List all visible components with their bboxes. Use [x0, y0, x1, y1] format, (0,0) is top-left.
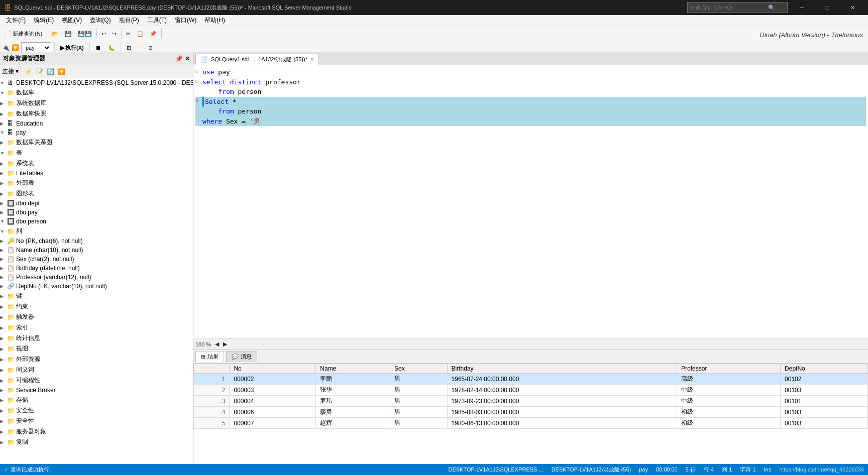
- tree-item-dbo_pay[interactable]: ▶ 🔲 dbo.pay: [0, 208, 193, 217]
- tree-item-pay_filetables[interactable]: ▶ 📁 FileTables: [0, 169, 193, 178]
- scroll-right-icon[interactable]: ▶: [223, 341, 227, 347]
- code-editor[interactable]: ⊖ use pay ⊖ select distinct professor fr…: [193, 65, 868, 338]
- tree-icon: 📁: [7, 228, 15, 235]
- tree-item-col_name[interactable]: ▶ 📋 Name (char(10), not null): [0, 246, 193, 255]
- debug-btn[interactable]: 🐛: [105, 42, 118, 52]
- tree-item-pay[interactable]: ▼ 🗄 pay: [0, 128, 193, 137]
- refresh-btn[interactable]: 🔄: [45, 67, 55, 77]
- tree-item-pay_diagrams[interactable]: ▶ 📁 数据库关系图: [0, 137, 193, 148]
- tree-item-system_db[interactable]: ▶ 📁 系统数据库: [0, 98, 193, 108]
- results-grid-btn[interactable]: ⊞: [124, 42, 134, 52]
- minimize-button[interactable]: ─: [791, 0, 814, 15]
- query-tab[interactable]: 📄 SQLQuery1.sql - ...1A1J2\洪成隆 (55))* ×: [195, 54, 319, 65]
- execute-btn[interactable]: ▶ 执行(X): [58, 42, 86, 52]
- tree-item-pay_tables[interactable]: ▼ 📁 表: [0, 148, 193, 158]
- disconnect-btn[interactable]: ⚡: [23, 67, 33, 77]
- tree-icon: 📁: [7, 439, 15, 446]
- collapse-1: ⊖: [195, 67, 202, 76]
- tree-item-ext_resources[interactable]: ▶ 📁 外部资源: [0, 354, 193, 365]
- results-tab[interactable]: ⊞ 结果: [195, 351, 224, 362]
- tree-item-replication[interactable]: ▶ 📁 复制: [0, 437, 193, 447]
- tree-item-education[interactable]: ▶ 🗄 Education: [0, 119, 193, 128]
- close-tab-button[interactable]: ×: [310, 57, 313, 62]
- tree-label: dbo.pay: [16, 209, 38, 216]
- close-button[interactable]: ✕: [841, 0, 864, 15]
- table-row[interactable]: 3000004罗玮男1973-09-23 00:00:00.000中级00101: [194, 396, 868, 407]
- tree-item-dbo_dept[interactable]: ▶ 🔲 dbo.dept: [0, 199, 193, 208]
- tree-item-columns[interactable]: ▼ 📁 列: [0, 226, 193, 236]
- tree-item-programmability[interactable]: ▶ 📁 可编程性: [0, 375, 193, 386]
- tb-undo[interactable]: ↩: [99, 28, 108, 40]
- table-row[interactable]: 1000002李鹏男1965-07-24 00:00:00.000高级00102: [194, 374, 868, 385]
- tb-paste[interactable]: 📌: [147, 28, 159, 40]
- menu-help[interactable]: 帮助(H): [200, 15, 229, 26]
- tree-item-stats[interactable]: ▶ 📁 统计信息: [0, 333, 193, 343]
- results-none-btn[interactable]: ⊘: [146, 42, 155, 52]
- table-cell: 男: [390, 396, 448, 407]
- tree-item-databases[interactable]: ▼ 📁 数据库: [0, 87, 193, 98]
- close-sidebar-icon[interactable]: ✕: [185, 55, 190, 62]
- tree-item-col_professor[interactable]: ▶ 📋 Professor (varchar(12), null): [0, 273, 193, 282]
- zoom-level[interactable]: 100 %: [195, 341, 211, 347]
- database-dropdown[interactable]: pay: [21, 42, 51, 52]
- results-text-btn[interactable]: ≡: [136, 42, 144, 52]
- expand-icon: ▶: [0, 181, 6, 186]
- tree-item-pay_sys_tables[interactable]: ▶ 📁 系统表: [0, 158, 193, 169]
- new-query-btn[interactable]: 📄 新建查询(N): [2, 28, 45, 40]
- maximize-button[interactable]: □: [816, 0, 839, 15]
- tree-item-server[interactable]: ▼ 🖥 DESKTOP-LV1A1J2\SQLEXPRESS (SQL Serv…: [0, 78, 193, 87]
- tab-bar: 📄 SQLQuery1.sql - ...1A1J2\洪成隆 (55))* ×: [193, 52, 868, 65]
- pin-icon[interactable]: 📌: [175, 55, 183, 62]
- scroll-left-icon[interactable]: ◀: [215, 341, 219, 347]
- tb-open[interactable]: 📂: [49, 28, 61, 40]
- tb-copy[interactable]: 📋: [134, 28, 146, 40]
- tree-item-views[interactable]: ▶ 📁 视图: [0, 343, 193, 354]
- quick-search-input[interactable]: [688, 5, 768, 11]
- tree-label: Professor (varchar(12), null): [16, 274, 91, 281]
- menu-project[interactable]: 项目(P): [115, 15, 143, 26]
- menu-file[interactable]: 文件(F): [2, 15, 30, 26]
- tree-item-col_sex[interactable]: ▶ 📋 Sex (char(2), not null): [0, 255, 193, 264]
- tree-item-storage[interactable]: ▶ 📁 存储: [0, 395, 193, 405]
- messages-tab[interactable]: 💬 消息: [226, 351, 257, 362]
- tree-item-security2[interactable]: ▶ 📁 安全性: [0, 405, 193, 416]
- tree-item-keys[interactable]: ▶ 📁 键: [0, 291, 193, 301]
- tb-save-all[interactable]: 💾💾: [75, 28, 94, 40]
- connect-label[interactable]: 连接 ▾: [2, 67, 19, 76]
- menu-tools[interactable]: 工具(T): [143, 15, 171, 26]
- table-row[interactable]: 5000007赵辉男1980-06-13 00:00:00.000初级00103: [194, 418, 868, 429]
- tree-icon: 📁: [7, 335, 15, 342]
- tree-item-pay_ext_tables[interactable]: ▶ 📁 外部表: [0, 178, 193, 188]
- tree-icon: 📁: [7, 110, 15, 117]
- tree-item-col_deptno[interactable]: ▶ 🔗 DeptNo (FK, varchar(10), not null): [0, 282, 193, 291]
- tree-item-col_birthday[interactable]: ▶ 📋 Birthday (datetime, null): [0, 264, 193, 273]
- tb-save[interactable]: 💾: [62, 28, 74, 40]
- tree-item-synonyms[interactable]: ▶ 📁 同义词: [0, 365, 193, 375]
- tb-cut[interactable]: ✂: [124, 28, 133, 40]
- stop-btn[interactable]: ⏹: [93, 42, 103, 52]
- register-btn[interactable]: 📝: [34, 67, 44, 77]
- tree-item-db_snapshots[interactable]: ▶ 📁 数据库快照: [0, 108, 193, 119]
- tree-item-server_obj[interactable]: ▶ 📁 服务器对象: [0, 426, 193, 437]
- menu-view[interactable]: 视图(V): [58, 15, 86, 26]
- tree-item-pay_graph_tables[interactable]: ▶ 📁 图形表: [0, 188, 193, 199]
- table-row[interactable]: 2000003张华男1978-02-14 00:00:00.000中级00103: [194, 385, 868, 396]
- tree-item-security[interactable]: ▶ 📁 安全性: [0, 416, 193, 426]
- tree-item-triggers[interactable]: ▶ 📁 触发器: [0, 312, 193, 322]
- tree-item-col_no[interactable]: ▶ 🔑 No (PK, char(6), not null): [0, 236, 193, 246]
- table-cell: 00102: [781, 374, 868, 385]
- menu-window[interactable]: 窗口(W): [171, 15, 200, 26]
- tree-item-constraints[interactable]: ▶ 📁 约束: [0, 301, 193, 312]
- title-left: 🗄 SQLQuery1.sql - DESKTOP-LV1A1J2\SQLEXP…: [4, 4, 352, 12]
- expand-icon: ▼: [0, 151, 6, 156]
- tb-redo[interactable]: ↪: [110, 28, 119, 40]
- quick-search-box[interactable]: 🔍: [687, 2, 788, 13]
- tree-container[interactable]: ▼ 🖥 DESKTOP-LV1A1J2\SQLEXPRESS (SQL Serv…: [0, 78, 193, 464]
- tree-item-dbo_person[interactable]: ▼ 🔲 dbo.person: [0, 217, 193, 226]
- tree-item-indexes[interactable]: ▶ 📁 索引: [0, 322, 193, 333]
- menu-query[interactable]: 查询(Q): [86, 15, 115, 26]
- menu-edit[interactable]: 编辑(E): [30, 15, 58, 26]
- tree-item-service_broker[interactable]: ▶ 📁 Service Broker: [0, 386, 193, 395]
- filter-btn[interactable]: 🔽: [56, 67, 66, 77]
- table-row[interactable]: 4000006廖勇男1985-08-03 00:00:00.000初级00103: [194, 407, 868, 418]
